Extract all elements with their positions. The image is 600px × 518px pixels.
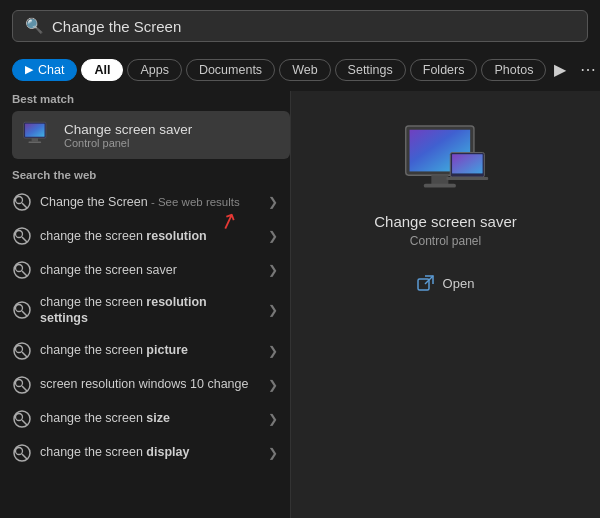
best-match-title: Change screen saver <box>64 122 192 137</box>
list-item[interactable]: change the screen display ❯ <box>12 436 290 470</box>
svg-point-11 <box>16 231 23 238</box>
svg-rect-5 <box>32 138 38 141</box>
result-text: change the screen resolution settings <box>40 294 260 327</box>
svg-rect-34 <box>423 184 455 188</box>
svg-rect-37 <box>446 177 488 180</box>
best-match-text: Change screen saver Control panel <box>64 122 192 149</box>
result-text: change the screen picture <box>40 342 260 358</box>
left-panel: Best match Change screen s <box>0 91 290 518</box>
best-match-label: Best match <box>12 93 290 105</box>
svg-point-14 <box>16 265 23 272</box>
chevron-right-icon: ❯ <box>268 303 278 317</box>
tab-documents[interactable]: Documents <box>186 59 275 81</box>
list-item[interactable]: change the screen resolution ❯ <box>12 219 290 253</box>
list-item[interactable]: Change the Screen - See web results ❯ <box>12 185 290 219</box>
open-label: Open <box>443 276 475 291</box>
tab-chat[interactable]: ▶ Chat <box>12 59 77 81</box>
web-search-label: Search the web <box>12 169 290 181</box>
chevron-right-icon: ❯ <box>268 378 278 392</box>
search-circle-icon <box>12 260 32 280</box>
search-circle-icon <box>12 443 32 463</box>
svg-line-18 <box>22 311 27 316</box>
svg-point-29 <box>16 447 23 454</box>
result-text: change the screen resolution <box>40 228 260 244</box>
svg-point-23 <box>16 379 23 386</box>
svg-point-26 <box>16 413 23 420</box>
chevron-right-icon: ❯ <box>268 229 278 243</box>
open-external-icon <box>417 274 435 292</box>
svg-rect-4 <box>25 124 44 137</box>
chevron-right-icon: ❯ <box>268 446 278 460</box>
result-text: Change the Screen - See web results <box>40 194 260 210</box>
tab-apps[interactable]: Apps <box>127 59 182 81</box>
search-input[interactable] <box>52 18 575 35</box>
filter-tabs: ▶ Chat All Apps Documents Web Settings F… <box>0 52 600 91</box>
search-circle-icon <box>12 192 32 212</box>
best-match-item[interactable]: Change screen saver Control panel <box>12 111 290 159</box>
right-panel-title: Change screen saver <box>374 213 517 230</box>
chevron-right-icon: ❯ <box>268 344 278 358</box>
list-item[interactable]: change the screen resolution settings ❯ <box>12 287 290 334</box>
main-content: Best match Change screen s <box>0 91 600 518</box>
search-circle-icon <box>12 375 32 395</box>
best-match-subtitle: Control panel <box>64 137 192 149</box>
svg-line-30 <box>22 454 27 459</box>
right-panel: Change screen saver Control panel Open <box>290 91 600 518</box>
tab-web[interactable]: Web <box>279 59 330 81</box>
svg-rect-6 <box>28 141 41 143</box>
chevron-right-icon: ❯ <box>268 412 278 426</box>
list-item[interactable]: change the screen size ❯ <box>12 402 290 436</box>
search-circle-icon <box>12 341 32 361</box>
chevron-right-icon: ❯ <box>268 263 278 277</box>
right-panel-subtitle: Control panel <box>410 234 481 248</box>
search-icon: 🔍 <box>25 17 44 35</box>
result-text: change the screen size <box>40 410 260 426</box>
list-item[interactable]: change the screen picture ❯ <box>12 334 290 368</box>
svg-rect-38 <box>452 154 482 173</box>
svg-line-21 <box>22 352 27 357</box>
chat-play-icon: ▶ <box>25 63 33 76</box>
search-bar: 🔍 <box>12 10 588 42</box>
tab-settings[interactable]: Settings <box>335 59 406 81</box>
tab-all[interactable]: All <box>81 59 123 81</box>
search-circle-icon <box>12 226 32 246</box>
tab-folders[interactable]: Folders <box>410 59 478 81</box>
search-circle-icon <box>12 409 32 429</box>
best-match-icon <box>22 119 54 151</box>
list-item[interactable]: change the screen saver ❯ <box>12 253 290 287</box>
result-text: change the screen display <box>40 444 260 460</box>
right-panel-icon <box>401 121 491 201</box>
open-button[interactable]: Open <box>409 270 483 296</box>
svg-line-27 <box>22 420 27 425</box>
svg-point-17 <box>16 305 23 312</box>
tab-arrow-right[interactable]: ▶ <box>550 57 570 82</box>
tab-photos[interactable]: Photos <box>481 59 546 81</box>
svg-line-12 <box>22 237 27 242</box>
svg-point-20 <box>16 345 23 352</box>
svg-line-9 <box>22 203 27 208</box>
svg-point-8 <box>16 197 23 204</box>
list-item[interactable]: screen resolution windows 10 change ❯ <box>12 368 290 402</box>
result-text: screen resolution windows 10 change <box>40 376 260 392</box>
svg-line-15 <box>22 271 27 276</box>
tab-more-button[interactable]: ⋯ <box>574 57 600 82</box>
search-circle-icon <box>12 300 32 320</box>
result-text: change the screen saver <box>40 262 260 278</box>
chevron-right-icon: ❯ <box>268 195 278 209</box>
svg-line-24 <box>22 386 27 391</box>
svg-rect-33 <box>431 175 448 184</box>
